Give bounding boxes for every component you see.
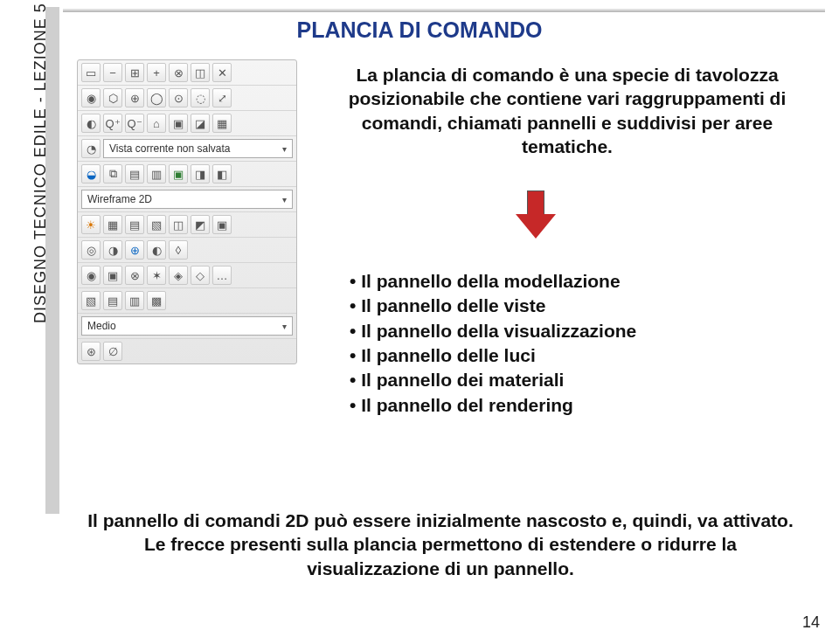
list-item: Il pannello dei materiali [350,368,804,392]
tool-icon[interactable]: ◐ [81,114,101,133]
tool-icon[interactable]: ◨ [191,164,210,184]
tool-icon[interactable]: ◈ [169,266,188,285]
view-icon[interactable]: ◔ [81,139,101,158]
chevron-down-icon: ▾ [282,144,287,154]
tool-icon[interactable]: ◌ [191,88,210,107]
tool-icon[interactable]: ◯ [147,88,166,107]
intro-paragraph: La plancia di comando è una specie di ta… [320,63,815,158]
tool-icon[interactable]: ◒ [81,164,101,184]
tool-icon[interactable]: ⊕ [125,88,144,107]
tool-icon[interactable]: ▥ [147,164,166,184]
tool-icon[interactable]: ◉ [81,88,101,107]
tool-icon[interactable]: ◪ [191,114,210,133]
tool-icon[interactable]: ◑ [103,240,122,260]
tool-icon[interactable]: ◫ [169,215,188,234]
command-palette: ▭ − ⊞ + ⊗ ◫ ✕ ◉ ⬡ ⊕ ◯ ⊙ ◌ ⤢ ◐ Q⁺ Q⁻ ⌂ ▣ … [77,59,297,364]
palette-row-6: ◎ ◑ ⊕ ◐ ◊ [78,238,296,263]
view-select[interactable]: Vista corrente non salvata ▾ [103,139,293,158]
tool-icon[interactable]: ◐ [147,240,166,260]
style-select-value: Wireframe 2D [87,193,152,205]
page-number: 14 [802,613,820,632]
palette-row-view: ◔ Vista corrente non salvata ▾ [78,136,296,162]
arrow-down-icon [516,190,556,239]
footer-paragraph: Il pannello di comandi 2D può essere ini… [77,509,804,580]
tool-icon[interactable]: ⬡ [103,88,122,107]
bullet-list: Il pannello della modellazione Il pannel… [350,269,804,418]
tool-icon[interactable]: ⌂ [147,114,166,133]
palette-row-1: ▭ − ⊞ + ⊗ ◫ ✕ [78,60,296,86]
tool-icon[interactable]: Q⁻ [125,114,144,133]
tool-icon[interactable]: ▧ [147,215,166,234]
tool-icon[interactable]: ⊛ [81,342,101,361]
tool-icon[interactable]: ◉ [81,266,101,285]
tool-icon[interactable]: ▣ [169,114,188,133]
list-item: Il pannello delle viste [350,294,804,318]
tool-icon[interactable]: ⊗ [125,266,144,285]
tool-icon[interactable]: ◧ [212,164,232,184]
tool-icon[interactable]: ▣ [169,164,188,184]
view-select-value: Vista corrente non salvata [109,142,231,155]
tool-icon[interactable]: ▤ [125,215,144,234]
quality-select-value: Medio [87,320,116,332]
tool-icon[interactable]: ▦ [103,215,122,234]
palette-row-7: ◉ ▣ ⊗ ✶ ◈ ◇ … [78,263,296,288]
tool-icon[interactable]: ▥ [125,291,144,310]
tool-icon[interactable]: ◩ [191,215,210,234]
palette-row-2: ◉ ⬡ ⊕ ◯ ⊙ ◌ ⤢ [78,86,296,111]
tool-icon[interactable]: ∅ [103,342,122,361]
tool-icon[interactable]: ▣ [103,266,122,285]
tool-icon[interactable]: ▩ [147,291,166,310]
tool-icon[interactable]: ◊ [169,240,188,260]
tool-icon[interactable]: ▤ [125,164,144,184]
tool-icon[interactable]: ▦ [212,114,232,133]
tool-icon[interactable]: ⊗ [169,63,188,82]
tool-icon[interactable]: ◇ [191,266,210,285]
chevron-down-icon: ▾ [282,195,287,204]
tool-icon[interactable]: ⊙ [169,88,188,107]
list-item: Il pannello della visualizzazione [350,319,804,343]
top-rule [63,10,825,12]
tool-icon[interactable]: ⊕ [125,240,144,260]
list-item: Il pannello del rendering [350,393,804,418]
tool-icon[interactable]: ✶ [147,266,166,285]
tool-icon[interactable]: … [212,266,232,285]
sidebar-label: DISEGNO TECNICO EDILE - LEZIONE 5 [31,3,50,323]
tool-icon[interactable]: ⧉ [103,164,122,184]
tool-icon[interactable]: ⊞ [125,63,144,82]
list-item: Il pannello della modellazione [350,269,804,294]
palette-row-9: ⊛ ∅ [78,339,296,364]
tool-icon[interactable]: ◫ [191,63,210,82]
tool-icon[interactable]: ⤢ [212,88,232,107]
tool-icon[interactable]: Q⁺ [103,114,122,133]
tool-icon[interactable]: ✕ [212,63,232,82]
palette-row-style: Wireframe 2D ▾ [78,187,296,212]
tool-icon[interactable]: ◎ [81,240,101,260]
palette-row-3: ◐ Q⁺ Q⁻ ⌂ ▣ ◪ ▦ [78,111,296,136]
palette-row-quality: Medio ▾ [78,314,296,339]
tool-icon[interactable]: ☀ [81,215,101,234]
quality-select[interactable]: Medio ▾ [81,316,293,336]
list-item: Il pannello delle luci [350,343,804,368]
tool-icon[interactable]: ▭ [81,63,101,82]
tool-icon[interactable]: ▤ [103,291,122,310]
tool-icon[interactable]: ▧ [81,291,101,310]
palette-row-4: ◒ ⧉ ▤ ▥ ▣ ◨ ◧ [78,162,296,187]
slide-title: PLANCIA DI COMANDO [0,17,839,43]
palette-row-8: ▧ ▤ ▥ ▩ [78,288,296,314]
tool-icon[interactable]: + [147,63,166,82]
tool-icon[interactable]: ▣ [212,215,232,234]
palette-row-5: ☀ ▦ ▤ ▧ ◫ ◩ ▣ [78,212,296,238]
style-select[interactable]: Wireframe 2D ▾ [81,190,293,209]
tool-icon[interactable]: − [103,63,122,82]
chevron-down-icon: ▾ [282,322,287,331]
